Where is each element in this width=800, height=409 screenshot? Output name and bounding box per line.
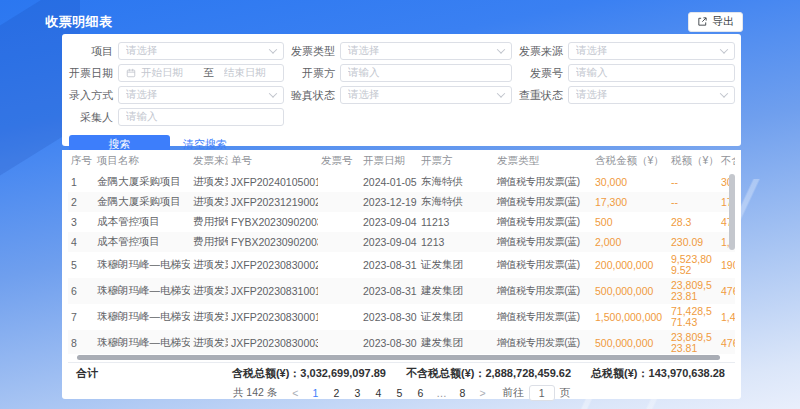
cell-project-name: 成本管控项目: [94, 232, 190, 252]
cell-order-number: JXFP20240105001: [228, 172, 318, 192]
page-number[interactable]: 8: [456, 387, 468, 399]
cell-invoice-type: 增值税专用发票(蓝): [494, 330, 592, 354]
cell-invoice-number: [318, 330, 360, 354]
cell-order-number: JXFP20231219002: [228, 192, 318, 212]
summary-row: 合计 含税总额(¥)：3,032,699,097.89不含税总额(¥)：2,88…: [68, 362, 735, 383]
column-header[interactable]: 发票类型: [494, 150, 592, 172]
table-body: 1 金隅大厦采购项目 进项发票 JXFP20240105001 2024-01-…: [68, 172, 735, 354]
cell-index: 1: [68, 172, 94, 192]
summary-total: 含税总额(¥)：3,032,699,097.89: [232, 366, 386, 381]
horizontal-scrollbar-track: [70, 355, 733, 360]
cell-invoice-type: 增值税专用发票(蓝): [494, 172, 592, 192]
cell-tax: 230.09: [668, 232, 718, 252]
invoice-type-select[interactable]: 请选择: [340, 42, 512, 60]
invoice-date-range[interactable]: 开始日期 至 结束日期: [118, 64, 284, 82]
cell-invoice-source: 费用报销: [190, 232, 228, 252]
table-row[interactable]: 2 金隅大厦采购项目 进项发票 JXFP20231219002 2023-12-…: [68, 192, 735, 212]
column-header[interactable]: 含税金额（¥）: [592, 150, 668, 172]
cell-amount-without-tax: 190,476,190.48: [718, 252, 735, 278]
invoice-table: 序号项目名称发票来源单号发票号开票日期开票方发票类型含税金额（¥）税额（¥）不含…: [68, 150, 735, 354]
table-row[interactable]: 1 金隅大厦采购项目 进项发票 JXFP20240105001 2024-01-…: [68, 172, 735, 192]
goto-page: 前往 页: [503, 385, 571, 401]
cell-tax: 9,523,809.52: [668, 252, 718, 278]
cell-issuer: 1213: [418, 232, 494, 252]
cell-amount-with-tax: 500,000,000: [592, 278, 668, 304]
invoice-number-input[interactable]: 请输入: [568, 64, 735, 82]
column-header[interactable]: 项目名称: [94, 150, 190, 172]
table-header-row: 序号项目名称发票来源单号发票号开票日期开票方发票类型含税金额（¥）税额（¥）不含…: [68, 150, 735, 172]
cell-amount-with-tax: 17,300: [592, 192, 668, 212]
filter-label-entry-method: 录入方式: [62, 88, 118, 103]
table-row[interactable]: 6 珠穆朗玛峰—电梯安装 进项发票 JXFP20230831001 2023-0…: [68, 278, 735, 304]
filter-panel: 项目 请选择 发票类型 请选择 发票来源 请选择: [62, 34, 741, 146]
cell-invoice-date: 2024-01-05: [360, 172, 418, 192]
cell-tax: --: [668, 172, 718, 192]
start-date-placeholder: 开始日期: [141, 66, 193, 80]
page-number[interactable]: 4: [372, 387, 384, 399]
export-button[interactable]: 导出: [688, 12, 743, 32]
top-bar: 收票明细表 导出: [45, 9, 743, 34]
goto-unit: 页: [560, 386, 571, 400]
cell-invoice-date: 2023-09-04: [360, 232, 418, 252]
column-header[interactable]: 开票方: [418, 150, 494, 172]
cell-amount-with-tax: 30,000: [592, 172, 668, 192]
invoice-source-select[interactable]: 请选择: [568, 42, 735, 60]
summary-totals: 含税总额(¥)：3,032,699,097.89不含税总额(¥)：2,888,7…: [232, 366, 725, 381]
cell-invoice-source: 进项发票: [190, 192, 228, 212]
prev-page-button[interactable]: <: [290, 387, 300, 399]
issuer-input[interactable]: 请输入: [340, 64, 512, 82]
summary-total: 不含税总额(¥)：2,888,728,459.62: [406, 366, 571, 381]
column-header[interactable]: 单号: [228, 150, 318, 172]
project-select[interactable]: 请选择: [118, 42, 284, 60]
column-header[interactable]: 税额（¥）: [668, 150, 718, 172]
table-row[interactable]: 3 成本管控项目 费用报销 FYBX20230902003 2023-09-04…: [68, 212, 735, 232]
cell-amount-with-tax: 1,500,000,000: [592, 304, 668, 330]
page-number[interactable]: 1: [309, 387, 321, 399]
table-row[interactable]: 7 珠穆朗玛峰—电梯安装 进项发票 JXFP20230830001 2023-0…: [68, 304, 735, 330]
collector-input[interactable]: 请输入: [118, 108, 284, 126]
table-row[interactable]: 5 珠穆朗玛峰—电梯安装 进项发票 JXFP20230830002 2023-0…: [68, 252, 735, 278]
cell-tax: 28.3: [668, 212, 718, 232]
table-row[interactable]: 8 珠穆朗玛峰—电梯安装 进项发票 JXFP20230830003 2023-0…: [68, 330, 735, 354]
cell-invoice-number: [318, 212, 360, 232]
page-title: 收票明细表: [45, 13, 113, 31]
filter-label-collector: 采集人: [62, 110, 118, 125]
cell-project-name: 珠穆朗玛峰—电梯安装: [94, 304, 190, 330]
summary-label: 合计: [76, 366, 98, 381]
export-label: 导出: [712, 14, 734, 29]
column-header[interactable]: 发票号: [318, 150, 360, 172]
column-header[interactable]: 发票来源: [190, 150, 228, 172]
cell-tax: 23,809,523.81: [668, 330, 718, 354]
entry-method-select[interactable]: 请选择: [118, 86, 284, 104]
horizontal-scrollbar[interactable]: [77, 355, 720, 360]
cell-invoice-date: 2023-08-30: [360, 304, 418, 330]
filter-label-project: 项目: [62, 44, 118, 59]
cell-issuer: 建发集团: [418, 278, 494, 304]
cell-order-number: JXFP20230830002: [228, 252, 318, 278]
filter-label-invoice-date: 开票日期: [62, 66, 118, 81]
column-header[interactable]: 序号: [68, 150, 94, 172]
page-number[interactable]: 2: [330, 387, 342, 399]
verification-status-select[interactable]: 请选择: [340, 86, 512, 104]
next-page-button[interactable]: >: [477, 387, 487, 399]
cell-order-number: FYBX20230902003: [228, 212, 318, 232]
page-list: 123456…8: [309, 387, 468, 399]
page-number[interactable]: 5: [393, 387, 405, 399]
table-row[interactable]: 4 成本管控项目 费用报销 FYBX20230902003 2023-09-04…: [68, 232, 735, 252]
cell-invoice-type: 增值税专用发票(蓝): [494, 212, 592, 232]
cell-amount-with-tax: 500,000,000: [592, 330, 668, 354]
goto-page-input[interactable]: [529, 385, 555, 401]
duplicate-status-select[interactable]: 请选择: [568, 86, 735, 104]
column-header[interactable]: 开票日期: [360, 150, 418, 172]
vertical-scrollbar[interactable]: [729, 174, 735, 250]
pagination: 共 142 条 < 123456…8 > 前往 页: [68, 383, 735, 403]
page-number[interactable]: 3: [351, 387, 363, 399]
table-panel: 序号项目名称发票来源单号发票号开票日期开票方发票类型含税金额（¥）税额（¥）不含…: [62, 150, 741, 399]
table-scroll-area: 序号项目名称发票来源单号发票号开票日期开票方发票类型含税金额（¥）税额（¥）不含…: [68, 150, 735, 354]
cell-amount-with-tax: 500: [592, 212, 668, 232]
cell-invoice-type: 增值税专用发票(蓝): [494, 278, 592, 304]
column-header[interactable]: 不含税金额（¥）: [718, 150, 735, 172]
page-number[interactable]: 6: [414, 387, 426, 399]
cell-invoice-source: 进项发票: [190, 330, 228, 354]
cell-amount-without-tax: 1,428,571,428.57: [718, 304, 735, 330]
